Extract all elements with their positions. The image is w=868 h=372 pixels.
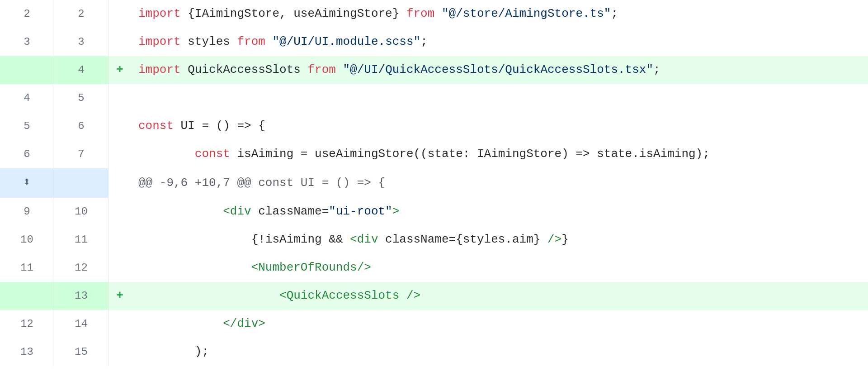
token-kw: from (237, 33, 265, 52)
hunk-header-text: @@ -9,6 +10,7 @@ const UI = () => { (131, 168, 868, 198)
diff-marker (108, 198, 131, 226)
token-kw: from (307, 61, 335, 80)
diff-row: 910 <div className="ui-root"> (0, 198, 868, 226)
diff-line-content: {!isAiming && <div className={styles.aim… (131, 226, 868, 254)
line-num-left: 12 (0, 310, 54, 338)
diff-marker (108, 112, 131, 140)
line-num-left: 4 (0, 84, 54, 112)
diff-row: 22import {IAimingStore, useAimingStore} … (0, 0, 868, 28)
token-plain: className= (251, 202, 329, 221)
diff-marker (108, 28, 131, 56)
diff-row: 1011 {!isAiming && <div className={style… (0, 226, 868, 254)
diff-line-content: const UI = () => { (131, 112, 868, 140)
line-num-left: 5 (0, 112, 54, 140)
token-plain: QuickAccessSlots (181, 61, 308, 80)
diff-line-content: <NumberOfRounds/> (131, 254, 868, 282)
line-num-right: 5 (54, 84, 108, 112)
diff-line-content (131, 84, 868, 112)
diff-row: 33import styles from "@/UI/UI.module.scs… (0, 28, 868, 56)
diff-marker: + (108, 56, 131, 84)
line-num-right: 10 (54, 198, 108, 226)
diff-row: ⬍@@ -9,6 +10,7 @@ const UI = () => { (0, 168, 868, 198)
line-num-left: 11 (0, 254, 54, 282)
token-plain: isAiming = useAimingStore((state: IAimin… (230, 145, 710, 164)
diff-row: 56const UI = () => { (0, 112, 868, 140)
token-kw: const (195, 145, 230, 164)
line-num-right: 15 (54, 338, 108, 366)
token-tag: /> (547, 230, 561, 249)
token-plain: className={styles.aim} (378, 230, 547, 249)
token-tag: <div (223, 202, 251, 221)
line-num-left: 13 (0, 338, 54, 366)
diff-marker (108, 84, 131, 112)
diff-line-content: <QuickAccessSlots /> (131, 282, 868, 310)
diff-line-content: import {IAimingStore, useAimingStore} fr… (131, 0, 868, 28)
token-kw: from (406, 5, 434, 24)
diff-marker (108, 0, 131, 28)
diff-row: 1315 ); (0, 338, 868, 366)
token-plain (138, 315, 223, 334)
diff-line-content: <div className="ui-root"> (131, 198, 868, 226)
token-str: "@/UI/UI.module.scss" (272, 33, 420, 52)
line-num-left: 10 (0, 226, 54, 254)
diff-marker: + (108, 282, 131, 310)
diff-row: 1214 </div> (0, 310, 868, 338)
diff-view: 22import {IAimingStore, useAimingStore} … (0, 0, 868, 366)
token-str: "@/store/AimingStore.ts" (442, 5, 611, 24)
token-tag: > (392, 202, 400, 221)
move-arrows-icon: ⬍ (23, 173, 31, 193)
line-num-left (0, 56, 54, 84)
line-num-right: 14 (54, 310, 108, 338)
line-num-right: 7 (54, 140, 108, 168)
token-plain (138, 145, 195, 164)
diff-marker (108, 310, 131, 338)
token-plain (434, 5, 442, 24)
token-tag: <QuickAccessSlots /> (279, 286, 420, 305)
diff-line-content: </div> (131, 310, 868, 338)
token-plain: } (561, 230, 569, 249)
diff-line-content: ); (131, 338, 868, 366)
line-num-right: 2 (54, 0, 108, 28)
diff-line-content: import styles from "@/UI/UI.module.scss"… (131, 28, 868, 56)
token-plain: ; (420, 33, 428, 52)
diff-row: 67 const isAiming = useAimingStore((stat… (0, 140, 868, 168)
line-num-right: 11 (54, 226, 108, 254)
diff-row: 1112 <NumberOfRounds/> (0, 254, 868, 282)
diff-marker (108, 226, 131, 254)
token-str: "@/UI/QuickAccessSlots/QuickAccessSlots.… (343, 61, 654, 80)
token-kw: import (138, 33, 181, 52)
line-num-left (0, 282, 54, 310)
token-plain: ; (653, 61, 660, 80)
hunk-marker (108, 168, 131, 198)
token-plain (336, 61, 343, 80)
token-plain (265, 33, 273, 52)
line-num-left: 2 (0, 0, 54, 28)
token-plain (138, 286, 279, 305)
line-num-right: 3 (54, 28, 108, 56)
token-plain: ; (611, 5, 618, 24)
hunk-line-num-right (54, 168, 108, 198)
diff-marker (108, 254, 131, 282)
token-kw: import (138, 61, 181, 80)
diff-line-content: const isAiming = useAimingStore((state: … (131, 140, 868, 168)
line-num-right: 13 (54, 282, 108, 310)
diff-row: 4+import QuickAccessSlots from "@/UI/Qui… (0, 56, 868, 84)
token-plain: styles (181, 33, 237, 52)
token-plain (138, 202, 223, 221)
token-str: "ui-root" (329, 202, 392, 221)
token-plain: ); (138, 343, 209, 362)
line-num-right: 12 (54, 254, 108, 282)
token-tag: <NumberOfRounds/> (251, 258, 371, 277)
token-plain: UI = () => { (174, 117, 265, 136)
token-tag: <div (350, 230, 378, 249)
token-kw: const (138, 117, 174, 136)
token-tag: </div> (223, 315, 265, 334)
diff-marker (108, 338, 131, 366)
diff-row: 45 (0, 84, 868, 112)
token-plain: {IAimingStore, useAimingStore} (181, 5, 406, 24)
token-plain: {!isAiming && (138, 230, 350, 249)
hunk-move-icon[interactable]: ⬍ (0, 168, 54, 198)
diff-row: 13+ <QuickAccessSlots /> (0, 282, 868, 310)
line-num-right: 6 (54, 112, 108, 140)
line-num-left: 6 (0, 140, 54, 168)
